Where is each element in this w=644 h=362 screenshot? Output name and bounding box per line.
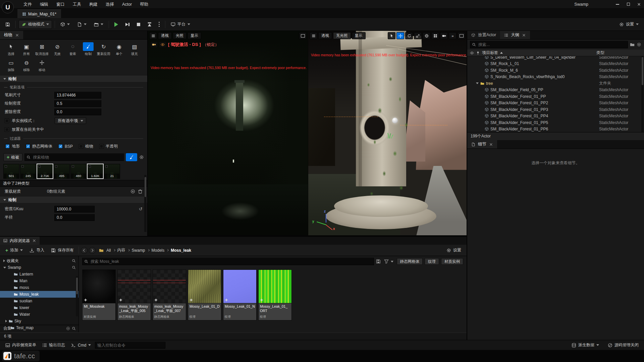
menu-edit[interactable]: 编辑 <box>36 0 52 9</box>
maximize-viewport-button[interactable] <box>458 32 465 39</box>
search-icon[interactable] <box>72 259 76 263</box>
outliner-row[interactable]: SM_Rock_M_6StaticMeshActor <box>467 67 644 74</box>
foliage-item-checkbox[interactable] <box>5 165 7 168</box>
outliner-folder-row[interactable]: tree文件夹 <box>467 80 644 87</box>
viewport-menu-button[interactable] <box>149 32 157 39</box>
crumb-swamp[interactable]: Swamp <box>132 248 145 253</box>
foliage-search-input[interactable] <box>24 154 124 161</box>
crumb-content[interactable]: 内容 <box>117 247 125 253</box>
paint-density-input[interactable] <box>54 100 101 107</box>
brush-size-input[interactable] <box>54 92 101 99</box>
place-in-level-checkbox[interactable] <box>5 127 9 132</box>
add-element-icon[interactable] <box>130 189 135 194</box>
single-instance-dropdown[interactable]: 所有选中项 <box>55 117 86 124</box>
asset-card[interactable]: MI_Mossleak 材质实例 <box>82 269 116 320</box>
filter-bsp[interactable]: BSP <box>58 143 73 149</box>
outliner-row[interactable]: S_Desert_Western_Cliff_Sheer_Xl_04_xqkhb… <box>467 56 644 61</box>
outliner-row[interactable]: SM_BlackAlder_Field_05_PPStaticMeshActor <box>467 87 644 94</box>
type-column[interactable]: 类型 <box>596 50 641 56</box>
nav-forward-button[interactable] <box>89 247 96 254</box>
cb-settings-button[interactable]: 设置 <box>444 246 464 255</box>
visibility-eye-icon[interactable] <box>470 51 474 55</box>
folder-man[interactable]: Man <box>0 278 78 284</box>
import-button[interactable]: 导入 <box>27 246 47 255</box>
tab-content-browser[interactable]: 内容浏览器 <box>0 237 40 245</box>
content-drawer-button[interactable]: 内容侧滑菜单 <box>3 341 38 349</box>
viewport-left[interactable]: 透视 光照 显示 [ 驾驶激活 - DS ] （锁定） Video memory… <box>148 31 308 235</box>
foliage-tool-move[interactable]: 移动 <box>34 58 50 72</box>
viewport-left-scene[interactable] <box>148 31 308 235</box>
crumb-moss-leak[interactable]: Moss_leak <box>171 248 191 253</box>
world-space-button[interactable] <box>423 32 430 39</box>
outliner-row[interactable]: SM_BlackAlder_Forest_01_PP2StaticMeshAct… <box>467 100 644 107</box>
play-options-button[interactable] <box>156 20 162 29</box>
nav-back-button[interactable] <box>81 247 88 254</box>
filter-landscape[interactable]: 地形 <box>5 143 20 149</box>
filter-button[interactable] <box>383 257 395 266</box>
filter-chip-texture[interactable]: 纹理 <box>425 258 439 265</box>
foliage-type-item[interactable]: 480 <box>70 164 87 179</box>
rotate-tool-button[interactable] <box>405 32 413 39</box>
viewport-menu-button[interactable] <box>310 32 317 39</box>
close-icon[interactable] <box>522 33 526 37</box>
asset-search-input[interactable] <box>82 258 374 265</box>
minimize-button[interactable] <box>612 0 623 9</box>
foliage-tool-reapply[interactable]: ↻重新应用 <box>96 42 111 56</box>
foliage-tool-erase[interactable]: ▭抹除 <box>3 58 19 72</box>
outliner-row[interactable]: SM_BlackAlder_Forest_01_PP4StaticMeshAct… <box>467 113 644 120</box>
foliage-item-checkbox[interactable] <box>38 165 41 168</box>
search-icon[interactable] <box>72 326 76 330</box>
foliage-tool-single[interactable]: ◉单个 <box>111 42 127 56</box>
output-log-button[interactable]: 输出日志 <box>40 341 67 349</box>
add-collection-icon[interactable] <box>66 326 70 330</box>
paint-mode-button[interactable] <box>126 153 137 161</box>
reset-icon[interactable]: ↺ <box>139 206 143 212</box>
outliner-row[interactable]: SM_BlackAlder_Forest_01_PP3StaticMeshAct… <box>467 106 644 113</box>
menu-build[interactable]: 构建 <box>85 0 102 9</box>
outliner-settings-gear-icon[interactable] <box>637 42 641 47</box>
tab-details[interactable]: 细节 <box>467 140 497 148</box>
foliage-type-item[interactable]: 21 <box>104 164 120 179</box>
filter-foliage[interactable]: 植物 <box>79 143 93 149</box>
settings-dropdown[interactable]: 设置 <box>616 20 641 29</box>
outliner-row[interactable]: SM_BlackAlder_Forest_01_PPStaticMeshActo… <box>467 93 644 100</box>
pilot-camera-icon[interactable] <box>151 42 157 47</box>
add-actor-button[interactable] <box>58 20 72 29</box>
outliner-row[interactable]: SM_BlackAlder_Forest_01_PP6StaticMeshAct… <box>467 126 644 132</box>
menu-tools[interactable]: 工具 <box>69 0 85 9</box>
crumb-models[interactable]: Models <box>152 248 165 253</box>
close-icon[interactable] <box>15 33 19 37</box>
folder-tower[interactable]: tower <box>0 304 78 311</box>
add-button[interactable]: +添加 <box>3 246 25 255</box>
foliage-item-checkbox[interactable] <box>105 165 108 168</box>
derived-data-button[interactable]: 派生数据 <box>570 341 601 349</box>
scale-tool-button[interactable] <box>414 32 422 39</box>
maximize-button[interactable] <box>623 0 633 9</box>
move-tool-button[interactable] <box>396 32 404 39</box>
folder-moss-leak[interactable]: Moss_leak <box>0 291 78 298</box>
asset-card[interactable]: Mossy_Leak_01_D 纹理 <box>188 269 221 320</box>
camera-speed-button[interactable] <box>440 32 448 39</box>
save-button[interactable] <box>3 20 13 29</box>
foliage-type-item-selected[interactable]: 2.71K <box>37 164 53 179</box>
folder-moss[interactable]: moss <box>0 284 78 291</box>
tree-scrollbar[interactable] <box>76 276 78 316</box>
single-instance-checkbox[interactable] <box>5 119 9 123</box>
viewport-right-scene[interactable]: z y x <box>308 31 467 235</box>
crumb-all[interactable]: All <box>106 248 111 253</box>
erase-density-input[interactable] <box>54 109 101 115</box>
perspective-button[interactable]: 透视 <box>158 32 172 39</box>
save-all-button[interactable]: 保存所有 <box>48 246 76 255</box>
platforms-dropdown[interactable]: 平台 <box>168 20 193 29</box>
favorites-root[interactable]: 收藏夹 <box>0 257 78 264</box>
lit-mode-button[interactable]: 光照 <box>173 32 186 39</box>
select-tool-button[interactable] <box>388 32 395 39</box>
asset-card[interactable]: Mossy_Leak_01_N 纹理 <box>223 269 257 320</box>
foliage-tool-remove[interactable]: ⊖移除 <box>19 58 34 72</box>
filter-chip-static-mesh[interactable]: 静态网格体 <box>397 258 423 265</box>
foliage-tool-lasso[interactable]: ◌套索 <box>65 42 80 56</box>
filter-translucent[interactable]: 半透明 <box>99 143 118 149</box>
folder-lantern[interactable]: Lantern <box>0 271 78 278</box>
console-command-input[interactable] <box>95 342 165 349</box>
editor-mode-dropdown[interactable]: 植物模式 <box>18 20 52 29</box>
